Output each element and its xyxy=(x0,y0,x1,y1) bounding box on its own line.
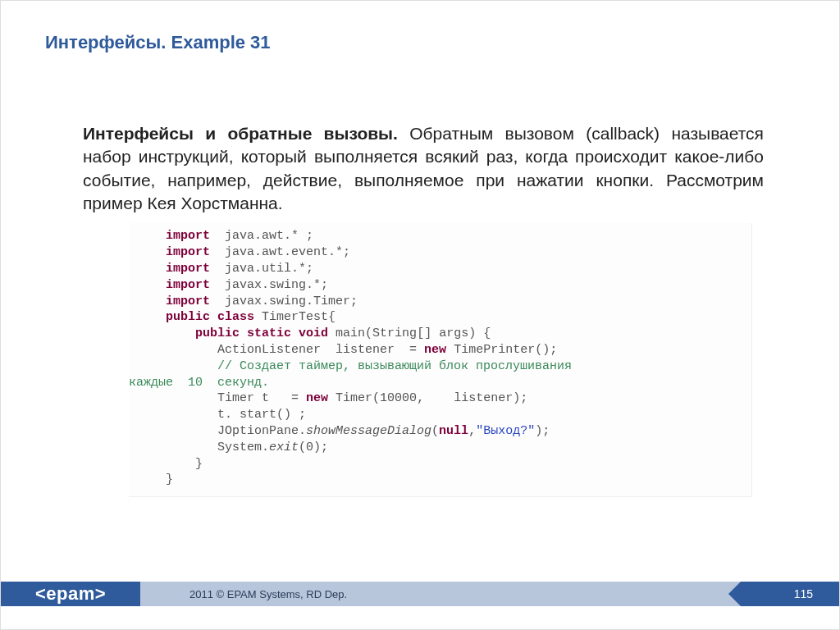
footer-mid: 2011 © EPAM Systems, RD Dep. xyxy=(140,582,741,606)
slide-title: Интерфейсы. Example 31 xyxy=(45,32,271,53)
epam-logo: <epam> xyxy=(1,582,140,606)
slide: Интерфейсы. Example 31 Интерфейсы и обра… xyxy=(0,0,840,630)
footer: <epam> 2011 © EPAM Systems, RD Dep. 115 xyxy=(1,582,839,606)
page-number: 115 xyxy=(794,587,813,600)
copyright-text: 2011 © EPAM Systems, RD Dep. xyxy=(189,588,347,600)
paragraph-lead: Интерфейсы и обратные вызовы. xyxy=(83,124,398,143)
code-block: import java.awt.* ; import java.awt.even… xyxy=(129,223,752,497)
slide-body: Интерфейсы и обратные вызовы. Обратным в… xyxy=(83,122,764,497)
body-paragraph: Интерфейсы и обратные вызовы. Обратным в… xyxy=(83,122,764,215)
page-number-box: 115 xyxy=(741,582,839,606)
logo-text: <epam> xyxy=(35,583,106,605)
